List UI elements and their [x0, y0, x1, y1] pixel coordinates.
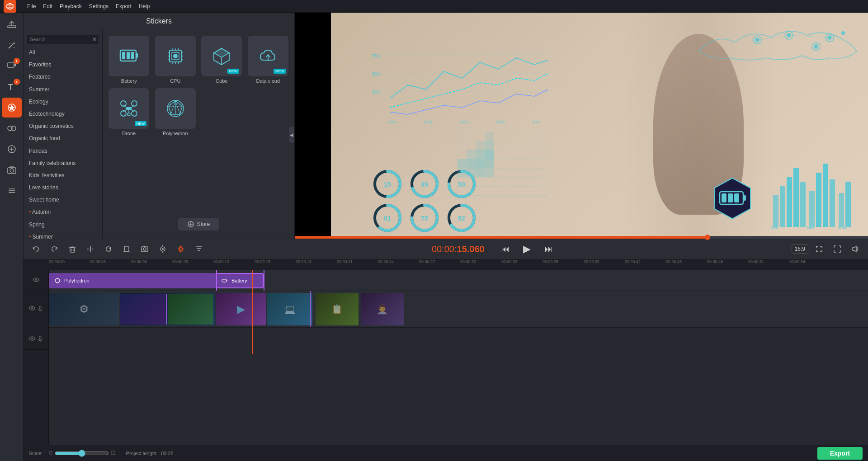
svg-rect-115	[830, 179, 835, 227]
tool-video-effects[interactable]: 1	[2, 56, 22, 76]
category-featured[interactable]: Featured	[24, 71, 102, 83]
sticker-battery[interactable]: Battery	[108, 36, 150, 84]
rotate-button[interactable]	[101, 242, 116, 256]
category-organic-cosmetics[interactable]: Organic cosmetics	[24, 120, 102, 132]
eye-icon-sticker[interactable]	[33, 277, 39, 284]
snapshot-button[interactable]	[137, 242, 152, 256]
category-autumn[interactable]: Autumn	[24, 206, 102, 218]
category-organic-food[interactable]: Organic food	[24, 132, 102, 145]
category-ecology[interactable]: Ecology	[24, 96, 102, 108]
svg-rect-176	[226, 280, 227, 281]
tool-import[interactable]	[2, 14, 22, 34]
volume-button[interactable]	[848, 242, 863, 256]
video-clip-2[interactable]	[120, 293, 215, 325]
preview-progress-handle[interactable]	[705, 235, 710, 240]
settings-button[interactable]	[174, 242, 188, 256]
polyhedron-clip[interactable]: Polyhedron	[49, 273, 216, 288]
menu-settings[interactable]: Settings	[89, 3, 108, 9]
sticker-cloud[interactable]: NEW Data cloud	[247, 36, 289, 84]
video-clip-3[interactable]: ▶	[216, 293, 266, 325]
aspect-ratio-selector[interactable]: 16:9	[792, 245, 808, 254]
tick-30: 00:00:30	[460, 259, 476, 264]
skip-end-button[interactable]: ⏭	[541, 241, 557, 257]
tick-0: 00:00:00	[49, 259, 65, 264]
category-all[interactable]: All	[24, 47, 102, 59]
menu-help[interactable]: Help	[139, 3, 150, 9]
filter-button[interactable]	[192, 242, 206, 256]
timeline-row-controls-video	[24, 291, 48, 327]
battery-clip[interactable]: Battery	[216, 273, 264, 288]
svg-text:2011: 2011	[424, 120, 433, 124]
undo-button[interactable]	[29, 242, 43, 256]
video-clip-5[interactable]: 📋	[316, 293, 359, 325]
category-sweethome[interactable]: Sweet home	[24, 194, 102, 206]
timeline-tracks[interactable]: Polyhedron Battery	[49, 270, 868, 445]
redo-button[interactable]	[47, 242, 61, 256]
fullscreen-preview-button[interactable]	[812, 242, 826, 256]
tick-27: 00:00:27	[419, 259, 435, 264]
audio-icon-audio[interactable]	[37, 335, 43, 343]
crop-button[interactable]	[119, 242, 134, 256]
svg-rect-9	[8, 63, 14, 67]
category-ecotechnology[interactable]: Ecotechnology	[24, 108, 102, 120]
search-input[interactable]	[30, 37, 92, 42]
store-button[interactable]: Store	[178, 218, 219, 230]
audio-icon-video[interactable]	[37, 305, 43, 313]
category-summer[interactable]: Summer	[24, 84, 102, 96]
svg-text:Dec: Dec	[839, 226, 846, 230]
search-bar[interactable]: ✕	[27, 35, 99, 44]
category-pandas[interactable]: Pandas	[24, 145, 102, 157]
svg-text:75%: 75%	[372, 54, 381, 59]
video-clip-4[interactable]: 💻	[267, 293, 312, 325]
menu-edit[interactable]: Edit	[43, 3, 52, 9]
svg-text:Oct: Oct	[771, 226, 778, 230]
category-summer2[interactable]: Summer	[24, 231, 102, 239]
svg-rect-26	[131, 52, 134, 59]
menu-export[interactable]: Export	[116, 3, 132, 9]
tool-text[interactable]: T 1	[2, 77, 22, 97]
tick-9: 00:00:09	[172, 259, 188, 264]
sticker-polyhedron[interactable]: Polyhedron	[155, 88, 197, 136]
tool-camera[interactable]	[2, 160, 22, 180]
collapse-panel-button[interactable]: ◀	[289, 127, 294, 142]
tick-51: 00:00:51	[748, 259, 764, 264]
svg-rect-139	[485, 150, 494, 159]
sticker-cube[interactable]: NEW Cube	[201, 36, 243, 84]
preview-area: 75% 50% 25%	[295, 13, 868, 239]
clear-search-icon[interactable]: ✕	[92, 36, 97, 42]
sticker-battery-label: Battery	[121, 78, 137, 84]
svg-rect-24	[122, 52, 125, 59]
fullscreen-button[interactable]	[830, 242, 844, 256]
tool-magic[interactable]	[2, 35, 22, 55]
tool-add[interactable]	[2, 139, 22, 159]
category-love[interactable]: Love stories	[24, 182, 102, 194]
eye-icon-video[interactable]	[29, 305, 35, 313]
play-pause-button[interactable]: ▶	[519, 241, 535, 257]
sticker-drone[interactable]: NEW Drone	[108, 88, 150, 136]
video-clip-1[interactable]: ⚙	[49, 293, 119, 325]
delete-button[interactable]	[65, 242, 80, 256]
video-clip-6[interactable]: 👨‍⚕️	[361, 293, 404, 325]
tool-stickers[interactable]	[2, 98, 22, 118]
category-family[interactable]: Family celebrations	[24, 157, 102, 169]
record-button[interactable]	[156, 242, 170, 256]
tool-list[interactable]	[2, 181, 22, 201]
eye-icon-audio[interactable]	[29, 335, 35, 343]
cut-button[interactable]	[83, 242, 98, 256]
scale-slider[interactable]	[55, 450, 109, 457]
export-button[interactable]: Export	[817, 447, 863, 460]
category-favorites[interactable]: Favorites	[24, 59, 102, 71]
skip-start-button[interactable]: ⏮	[497, 241, 514, 257]
stickers-title: Stickers	[24, 13, 294, 30]
tool-transitions[interactable]	[2, 118, 22, 138]
svg-rect-167	[39, 306, 41, 309]
preview-progress-bar[interactable]	[295, 236, 868, 239]
svg-rect-175	[222, 279, 226, 282]
category-kids[interactable]: Kids' festivities	[24, 169, 102, 182]
svg-rect-136	[476, 141, 485, 150]
menu-file[interactable]: File	[27, 3, 36, 9]
svg-rect-116	[839, 193, 844, 227]
sticker-cpu[interactable]: CPU	[155, 36, 197, 84]
category-spring[interactable]: Spring	[24, 219, 102, 231]
menu-playback[interactable]: Playback	[60, 3, 82, 9]
